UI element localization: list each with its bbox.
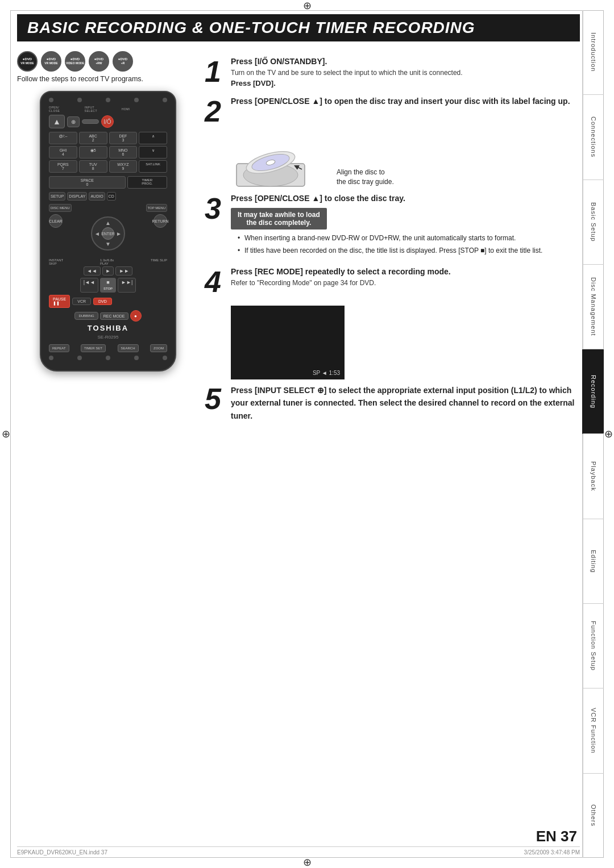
reg-mark-right: ⊕: [604, 429, 613, 439]
step-4-block: 4 Press [REC MODE] repeatedly to select …: [205, 267, 580, 297]
step-2-number: 2: [205, 97, 225, 126]
step-5-title: Press [INPUT SELECT ⊕] to select the app…: [231, 384, 580, 422]
btn-zoom[interactable]: ZOOM: [150, 344, 167, 352]
btn-satlink[interactable]: SAT.LINK: [139, 160, 167, 173]
reg-mark-left: ⊕: [1, 429, 10, 439]
disc-illustration: Align the disc tothe disc tray guide.: [231, 135, 580, 189]
step-3-note: It may take awhile to loadthe disc compl…: [231, 208, 327, 229]
sidebar-item-connections[interactable]: Connections: [582, 95, 604, 180]
transport-row: ◄◄ ► ►►: [49, 266, 167, 276]
disc-image: [231, 135, 327, 189]
btn-stop[interactable]: ■STOP: [100, 278, 116, 293]
btn-dubbing[interactable]: DUBBING: [74, 312, 98, 320]
btn-at[interactable]: @/:–: [49, 132, 77, 144]
btn-ghi[interactable]: GHI4: [49, 146, 77, 158]
page-number-badge: EN 37: [536, 828, 577, 845]
btn-fwd[interactable]: ►►: [115, 266, 132, 276]
btn-pqrs[interactable]: PQRS7: [49, 160, 77, 173]
page-footer: E9PKAUD_DVR620KU_EN.indd 37 3/25/2009 3:…: [17, 846, 580, 856]
btn-play[interactable]: ►: [102, 266, 114, 276]
brand-label: TOSHIBA: [88, 324, 128, 332]
rec-row: DUBBING REC MODE ●: [49, 310, 167, 322]
btn-clear[interactable]: CLEAR: [49, 214, 63, 228]
hdmi-btn[interactable]: [82, 119, 99, 124]
btn-arrow-up[interactable]: ∧: [139, 132, 167, 144]
setup-row: SETUP DISPLAY AUDIO CD: [49, 192, 167, 201]
sidebar-item-playback[interactable]: Playback: [582, 434, 604, 519]
btn-display[interactable]: DISPLAY: [67, 192, 87, 201]
btn-arrow-down[interactable]: ∨: [139, 146, 167, 158]
dvd-icon-1: ●DVDVR MODE: [17, 51, 38, 72]
step-5-content: Press [INPUT SELECT ⊕] to select the app…: [231, 384, 580, 422]
btn-timer-set[interactable]: TIMER SET: [81, 344, 106, 352]
nav-circle[interactable]: ▲ ▼ ◄ ► ENTER: [91, 216, 125, 251]
nav-arrow-right-icon: ►: [116, 231, 122, 237]
sidebar-item-basic-setup[interactable]: Basic Setup: [582, 180, 604, 265]
btn-vcr[interactable]: VCR: [72, 298, 91, 305]
step-4-body: Refer to "Recording Mode" on page 34 for…: [231, 278, 580, 288]
remote-bottom-dots: [49, 356, 167, 360]
btn-5[interactable]: ◉5: [79, 146, 107, 158]
skip-stop-row: |◄◄ ■STOP ►►|: [49, 278, 167, 293]
btn-setup[interactable]: SETUP: [49, 192, 65, 201]
btn-dvd[interactable]: DVD: [93, 298, 112, 305]
step-3-block: 3 Press [OPEN/CLOSE ▲] to close the disc…: [205, 194, 580, 258]
nav-arrow-up-icon: ▲: [105, 220, 111, 226]
btn-search[interactable]: SEARCH: [118, 344, 139, 352]
btn-space[interactable]: SPACE0: [49, 176, 126, 189]
rec-screen-label: SP ◄ 1:53: [313, 370, 340, 376]
btn-skip-fwd[interactable]: ►►|: [118, 278, 136, 293]
page-header: BASIC RECORDING & ONE-TOUCH TIMER RECORD…: [17, 14, 580, 41]
open-close-btn[interactable]: ▲: [49, 115, 65, 128]
btn-rec[interactable]: ●: [130, 310, 142, 322]
reg-mark-top: ⊕: [302, 1, 312, 10]
btn-disc-menu[interactable]: DISC MENU: [49, 204, 72, 212]
footer-left: E9PKAUD_DVR620KU_EN.indd 37: [17, 849, 107, 856]
btn-top-menu[interactable]: TOP MENU: [146, 204, 167, 212]
btn-return[interactable]: RETURN: [154, 214, 167, 228]
btn-audio[interactable]: AUDIO: [89, 192, 105, 201]
step-1-extra: Press [DVD].: [231, 79, 580, 87]
sidebar-item-introduction[interactable]: Introduction: [582, 10, 604, 95]
step-3-content: Press [OPEN/CLOSE ▲] to close the disc t…: [231, 194, 580, 258]
dvd-icon-2: ●DVDVR MODE: [41, 51, 61, 72]
btn-timer-prog[interactable]: TIMERPROG.: [127, 176, 167, 189]
step-4-title: Press [REC MODE] repeatedly to select a …: [231, 267, 580, 276]
sidebar-item-vcr-function[interactable]: VCR Function: [582, 688, 604, 773]
sidebar-item-disc-management[interactable]: Disc Management: [582, 265, 604, 349]
btn-repeat[interactable]: REPEAT: [49, 344, 69, 352]
remote-area: OPEN/CLOSE INPUTSELECT HDMI ▲ ⊕ I/Ő @/:–…: [17, 85, 199, 840]
btn-abc[interactable]: ABC2: [79, 132, 107, 144]
sidebar-item-recording[interactable]: Recording: [582, 349, 604, 434]
numpad: @/:– ABC2 DEF3 ∧ GHI4 ◉5 MNO6 ∨ PQRS7 TU…: [49, 132, 167, 173]
step-5-block: 5 Press [INPUT SELECT ⊕] to select the a…: [205, 384, 580, 422]
rec-mode-screen: SP ◄ 1:53: [231, 306, 345, 379]
brand-row: TOSHIBA: [49, 324, 167, 332]
input-select-btn[interactable]: ⊕: [67, 116, 80, 127]
btn-wxyz[interactable]: WXYZ9: [109, 160, 138, 173]
step-2-content: Press [OPEN/CLOSE ▲] to open the disc tr…: [231, 97, 580, 107]
step-3-bullets: When inserting a brand-new DVD-RW or DVD…: [238, 233, 580, 256]
sidebar-item-others[interactable]: Others: [582, 774, 604, 858]
sidebar-item-editing[interactable]: Editing: [582, 519, 604, 604]
btn-pause[interactable]: PAUSE❚❚: [49, 295, 70, 308]
step-4-number: 4: [205, 267, 225, 297]
step-1-block: 1 Press [I/Ő ON/STANDBY]. Turn on the TV…: [205, 57, 580, 87]
btn-mno[interactable]: MNO6: [109, 146, 138, 158]
vcr-dvd-row: VCR DVD: [72, 298, 112, 305]
enter-btn[interactable]: ENTER: [102, 227, 114, 240]
btn-rev[interactable]: ◄◄: [84, 266, 101, 276]
step-1-number: 1: [205, 57, 225, 86]
remote-label-row: OPEN/CLOSE INPUTSELECT HDMI: [49, 106, 167, 112]
step-1-body: Turn on the TV and be sure to select the…: [231, 68, 580, 78]
dvd-icon-3: ●DVDVIDEO MODE: [65, 51, 85, 72]
btn-tuv[interactable]: TUV8: [79, 160, 107, 173]
btn-rec-mode[interactable]: REC MODE: [100, 312, 128, 320]
power-btn[interactable]: I/Ő: [101, 115, 114, 128]
nav-side-btns: CLEAR ▲ ▼ ◄ ► ENTER RETURN: [49, 214, 167, 253]
btn-def[interactable]: DEF3: [109, 132, 138, 144]
btn-skip-back[interactable]: |◄◄: [80, 278, 98, 293]
btn-cd[interactable]: CD: [107, 192, 116, 201]
sidebar-item-function-setup[interactable]: Function Setup: [582, 604, 604, 688]
reg-mark-bottom: ⊕: [302, 858, 312, 867]
